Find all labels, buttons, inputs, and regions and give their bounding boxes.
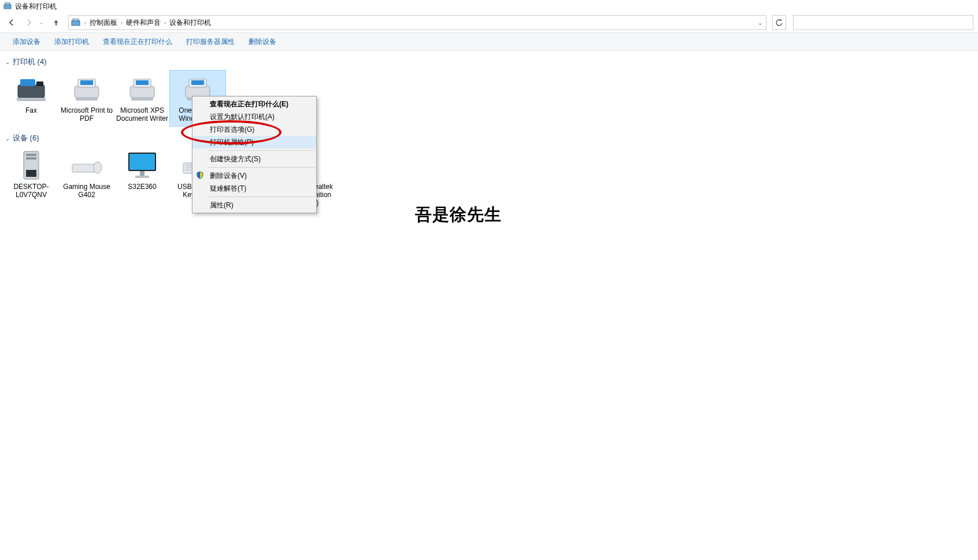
cmd-add-printer[interactable]: 添加打印机 [47, 33, 96, 50]
chevron-down-icon: ⌄ [5, 59, 10, 65]
svg-rect-12 [130, 86, 154, 98]
menu-remove-device[interactable]: 删除设备(V) [192, 169, 316, 182]
device-label: S32E360 [128, 183, 156, 191]
title-bar: 设备和打印机 [0, 0, 978, 13]
content-pane: ⌄ 打印机 (4) Fax [0, 51, 978, 218]
recent-locations-dropdown[interactable]: ⌄ [39, 20, 46, 25]
svg-rect-15 [131, 98, 153, 101]
nav-bar: ⌄ › 控制面板 › 硬件和声音 › 设备和打印机 ⌄ [0, 13, 978, 32]
menu-printing-preferences[interactable]: 打印首选项(G) [192, 123, 316, 136]
svg-rect-1 [5, 3, 10, 5]
watermark-text: 吾是徐先生 [415, 203, 502, 227]
location-icon [70, 17, 82, 28]
svg-rect-3 [73, 19, 79, 21]
menu-troubleshoot[interactable]: 疑难解答(T) [192, 182, 316, 195]
svg-rect-6 [36, 81, 43, 86]
breadcrumb-devices-printers[interactable]: 设备和打印机 [168, 16, 212, 29]
breadcrumb-control-panel[interactable]: 控制面板 [88, 16, 118, 29]
chevron-right-icon: › [162, 20, 168, 26]
printer-icon [69, 73, 104, 105]
group-header-devices[interactable]: ⌄ 设备 (6) [3, 131, 975, 146]
svg-point-25 [94, 162, 102, 173]
devices-printers-icon [3, 2, 12, 10]
chevron-right-icon: › [82, 20, 88, 26]
context-menu: 查看现在正在打印什么(E) 设置为默认打印机(A) 打印首选项(G) 打印机属性… [192, 96, 317, 213]
svg-rect-8 [75, 86, 99, 98]
svg-rect-2 [72, 21, 80, 25]
device-item-monitor[interactable]: S32E360 [114, 147, 170, 210]
device-item-mouse[interactable]: Gaming Mouse G402 [59, 147, 114, 210]
svg-rect-11 [76, 98, 98, 101]
svg-rect-21 [26, 154, 36, 156]
chevron-right-icon: › [118, 20, 125, 26]
menu-set-default-printer[interactable]: 设置为默认打印机(A) [192, 110, 316, 123]
forward-button[interactable] [22, 15, 36, 30]
device-label: Microsoft Print to PDF [60, 106, 113, 123]
breadcrumb-hardware-sound[interactable]: 硬件和声音 [125, 16, 162, 29]
cmd-see-whats-printing[interactable]: 查看现在正在打印什么 [96, 33, 179, 50]
svg-rect-4 [18, 85, 45, 98]
svg-rect-22 [26, 157, 36, 160]
cmd-remove-device[interactable]: 删除设备 [242, 33, 283, 50]
svg-rect-7 [17, 98, 46, 101]
address-dropdown[interactable]: ⌄ [754, 20, 766, 26]
printer-icon [125, 73, 160, 105]
menu-separator [209, 150, 315, 151]
cmd-add-device[interactable]: 添加设备 [6, 33, 47, 50]
group-label-devices: 设备 (6) [13, 133, 39, 143]
svg-rect-23 [26, 170, 36, 177]
cmd-print-server-props[interactable]: 打印服务器属性 [179, 33, 242, 50]
refresh-button[interactable] [772, 15, 786, 30]
device-item-fax[interactable]: Fax [3, 71, 59, 126]
keyboard-mouse-icon [69, 149, 104, 181]
group-label-printers: 打印机 (4) [13, 57, 47, 67]
command-bar: 添加设备 添加打印机 查看现在正在打印什么 打印服务器属性 删除设备 [0, 32, 978, 51]
back-button[interactable] [5, 15, 18, 30]
menu-create-shortcut[interactable]: 创建快捷方式(S) [192, 153, 316, 165]
menu-properties[interactable]: 属性(R) [192, 199, 316, 212]
svg-rect-24 [72, 164, 95, 172]
menu-see-whats-printing[interactable]: 查看现在正在打印什么(E) [192, 98, 316, 110]
menu-separator [209, 167, 315, 168]
pc-tower-icon [14, 149, 49, 181]
group-header-printers[interactable]: ⌄ 打印机 (4) [3, 54, 975, 69]
up-button[interactable] [49, 15, 63, 30]
monitor-icon [125, 149, 160, 181]
device-label: Gaming Mouse G402 [60, 183, 113, 199]
device-item-xps-writer[interactable]: Microsoft XPS Document Writer [114, 71, 170, 126]
device-item-desktop[interactable]: DESKTOP-L0V7QNV [3, 147, 59, 210]
svg-rect-14 [136, 80, 149, 85]
device-label: Fax [25, 106, 37, 114]
menu-printer-properties[interactable]: 打印机属性(P) [192, 136, 316, 149]
svg-rect-29 [135, 176, 149, 178]
svg-rect-0 [4, 5, 11, 9]
svg-rect-5 [20, 79, 35, 86]
device-label: Microsoft XPS Document Writer [116, 106, 169, 123]
printers-row: Fax Microsoft Print to PDF [3, 69, 975, 131]
svg-rect-18 [191, 80, 204, 85]
shield-icon [196, 171, 205, 180]
svg-rect-28 [140, 171, 145, 176]
device-item-print-to-pdf[interactable]: Microsoft Print to PDF [59, 71, 114, 126]
svg-rect-10 [80, 80, 93, 85]
search-input[interactable] [793, 15, 973, 30]
menu-separator [209, 196, 315, 197]
window-title: 设备和打印机 [15, 2, 57, 12]
device-label: DESKTOP-L0V7QNV [5, 183, 58, 199]
svg-rect-27 [129, 154, 155, 170]
address-bar[interactable]: › 控制面板 › 硬件和声音 › 设备和打印机 ⌄ [68, 15, 766, 30]
chevron-down-icon: ⌄ [5, 135, 10, 142]
fax-icon [14, 73, 49, 105]
